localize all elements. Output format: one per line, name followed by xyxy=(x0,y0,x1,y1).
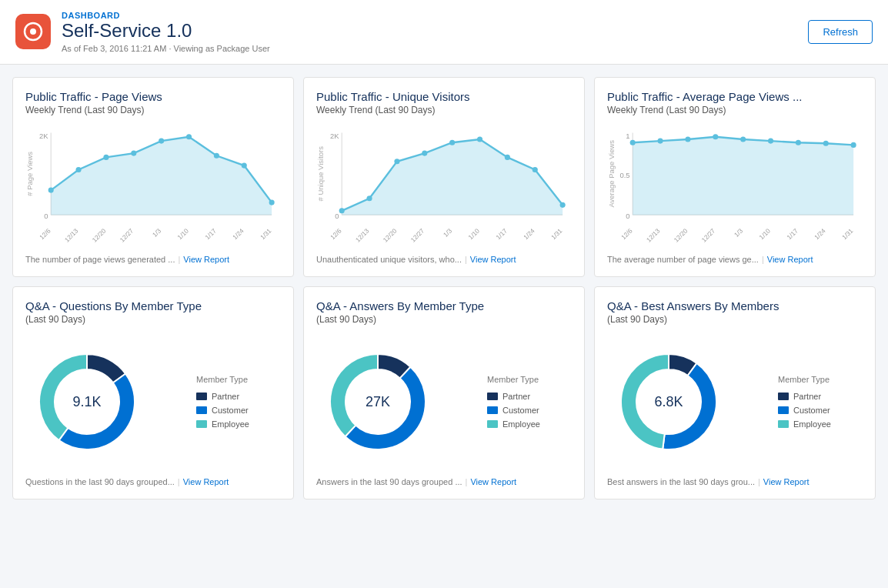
donut-area: 27K Member Type Partner Customer Employe… xyxy=(316,332,572,471)
donut-container: 9.1K xyxy=(25,340,149,463)
dashboard-title: Self-Service 1.0 xyxy=(62,20,270,42)
svg-text:1/17: 1/17 xyxy=(785,226,800,241)
svg-text:12/6: 12/6 xyxy=(329,226,343,241)
svg-point-40 xyxy=(367,195,372,201)
view-report-link[interactable]: View Report xyxy=(470,477,516,486)
svg-point-68 xyxy=(768,138,773,143)
footer-text: Unauthenticated unique visitors, who... xyxy=(316,255,462,264)
svg-point-20 xyxy=(159,138,164,143)
svg-point-69 xyxy=(796,139,801,145)
card-footer: Questions in the last 90 days grouped...… xyxy=(25,477,281,486)
legend-swatch xyxy=(487,420,498,428)
legend-swatch xyxy=(487,393,498,400)
svg-text:Average Page Views: Average Page Views xyxy=(607,140,616,208)
card-subtitle: (Last 90 Days) xyxy=(25,314,281,325)
svg-text:1/31: 1/31 xyxy=(549,226,564,241)
header-text: DASHBOARD Self-Service 1.0 As of Feb 3, … xyxy=(62,11,270,53)
svg-text:12/13: 12/13 xyxy=(354,226,371,243)
donut-area: 9.1K Member Type Partner Customer Employ… xyxy=(25,332,281,471)
card-title: Public Traffic - Unique Visitors xyxy=(316,90,572,103)
svg-point-64 xyxy=(658,138,663,143)
svg-point-18 xyxy=(103,155,108,160)
svg-point-63 xyxy=(630,139,636,145)
legend-item: Partner xyxy=(487,392,572,401)
svg-text:1/24: 1/24 xyxy=(522,226,536,241)
donut-container: 6.8K xyxy=(607,340,730,463)
legend-title: Member Type xyxy=(487,375,572,384)
svg-text:# Page Views: # Page Views xyxy=(25,151,34,195)
card-answers: Q&A - Answers By Member Type (Last 90 Da… xyxy=(303,286,585,499)
footer-text: Best answers in the last 90 days grou... xyxy=(607,477,755,486)
refresh-button[interactable]: Refresh xyxy=(808,20,873,44)
legend-item: Customer xyxy=(778,406,863,415)
footer-text: The average number of page views ge... xyxy=(607,255,759,264)
legend-label: Employee xyxy=(502,419,540,429)
svg-point-42 xyxy=(422,150,427,155)
svg-text:12/6: 12/6 xyxy=(619,226,634,241)
card-title: Q&A - Answers By Member Type xyxy=(316,299,572,312)
svg-text:1/10: 1/10 xyxy=(175,226,190,241)
svg-text:12/27: 12/27 xyxy=(409,226,426,243)
svg-point-16 xyxy=(48,187,54,192)
card-subtitle: (Last 90 Days) xyxy=(316,314,572,325)
card-subtitle: Weekly Trend (Last 90 Days) xyxy=(25,105,281,115)
svg-point-45 xyxy=(505,155,510,160)
line-chart-area: # Unique Visitors 2K 0 12/612/1312/2012/… xyxy=(316,123,572,249)
view-report-link[interactable]: View Report xyxy=(763,477,810,486)
card-unique-visitors: Public Traffic - Unique Visitors Weekly … xyxy=(303,77,585,277)
card-page-views: Public Traffic - Page Views Weekly Trend… xyxy=(12,77,294,277)
card-subtitle: Weekly Trend (Last 90 Days) xyxy=(316,105,572,115)
view-report-link[interactable]: View Report xyxy=(183,255,229,264)
svg-point-22 xyxy=(214,153,219,159)
legend-item: Employee xyxy=(487,419,572,429)
card-title: Public Traffic - Page Views xyxy=(25,90,281,103)
card-subtitle: (Last 90 Days) xyxy=(607,314,863,325)
donut-center-value: 9.1K xyxy=(72,393,101,409)
svg-text:0: 0 xyxy=(626,212,629,220)
svg-text:0: 0 xyxy=(335,212,339,220)
svg-text:1/31: 1/31 xyxy=(259,226,273,241)
card-title: Q&A - Best Answers By Members xyxy=(607,299,863,312)
svg-text:1/3: 1/3 xyxy=(151,226,162,238)
line-chart-area: Average Page Views 1 0.5 0 12/612/1312/2… xyxy=(607,123,863,249)
chart-legend: Member Type Partner Customer Employee xyxy=(778,375,863,429)
view-report-link[interactable]: View Report xyxy=(767,255,813,264)
legend-label: Customer xyxy=(502,406,539,415)
svg-text:1/31: 1/31 xyxy=(840,226,855,241)
card-subtitle: Weekly Trend (Last 90 Days) xyxy=(607,105,863,115)
svg-point-44 xyxy=(477,136,482,142)
legend-swatch xyxy=(196,406,207,414)
pipe-separator: | xyxy=(178,477,180,486)
logo-icon xyxy=(15,14,51,49)
legend-title: Member Type xyxy=(196,375,281,384)
svg-text:0.5: 0.5 xyxy=(619,170,629,179)
svg-text:1/10: 1/10 xyxy=(757,226,772,241)
dashboard-grid: Public Traffic - Page Views Weekly Trend… xyxy=(0,65,888,512)
view-report-link[interactable]: View Report xyxy=(470,255,516,264)
legend-swatch xyxy=(778,420,789,428)
svg-point-67 xyxy=(740,136,746,142)
card-footer: Answers in the last 90 days grouped ... … xyxy=(316,477,572,486)
line-chart-area: # Page Views 2K 0 12/612/1312/2012/271/3… xyxy=(25,123,281,249)
svg-point-39 xyxy=(339,208,345,213)
svg-point-47 xyxy=(560,202,566,208)
chart-legend: Member Type Partner Customer Employee xyxy=(487,375,572,429)
legend-title: Member Type xyxy=(778,375,863,384)
legend-item: Partner xyxy=(778,392,863,401)
pipe-separator: | xyxy=(758,477,760,486)
svg-text:12/20: 12/20 xyxy=(673,226,689,243)
card-footer: Unauthenticated unique visitors, who... … xyxy=(316,255,572,264)
svg-text:1: 1 xyxy=(626,131,629,139)
svg-text:2K: 2K xyxy=(39,131,48,139)
svg-text:1/17: 1/17 xyxy=(494,226,509,241)
svg-text:12/6: 12/6 xyxy=(38,226,52,241)
svg-point-43 xyxy=(449,139,455,145)
svg-text:1/24: 1/24 xyxy=(231,226,245,241)
donut-center-value: 6.8K xyxy=(654,393,683,409)
card-title: Q&A - Questions By Member Type xyxy=(25,299,281,312)
legend-label: Partner xyxy=(212,392,239,401)
svg-point-23 xyxy=(242,162,247,168)
view-report-link[interactable]: View Report xyxy=(183,477,229,486)
chart-legend: Member Type Partner Customer Employee xyxy=(196,375,281,429)
dashboard-label: DASHBOARD xyxy=(62,11,270,20)
